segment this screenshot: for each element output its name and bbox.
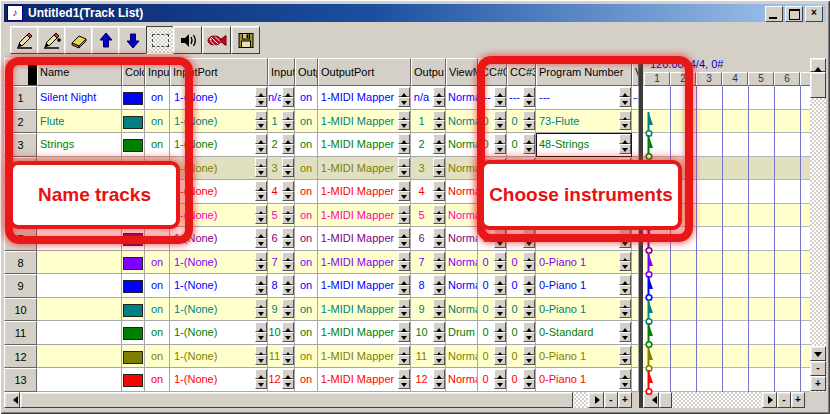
track-cell-view[interactable]: Drum bbox=[446, 321, 478, 345]
spinner-out_ch[interactable] bbox=[433, 322, 445, 342]
spinner-input_port[interactable] bbox=[255, 299, 267, 319]
track-cell-input_ch[interactable]: n/a bbox=[268, 86, 295, 110]
piano-roll-row[interactable] bbox=[643, 345, 810, 369]
track-cell-input_ch[interactable]: 2 bbox=[268, 133, 295, 157]
track-cell-output_port[interactable]: 1-MIDI Mapper bbox=[318, 321, 411, 345]
track-cell-input[interactable]: on bbox=[145, 251, 170, 275]
spinner-output_port[interactable] bbox=[398, 228, 410, 248]
track-cell-out[interactable]: on bbox=[295, 321, 318, 345]
track-cell-view[interactable]: Norma bbox=[446, 298, 478, 322]
spinner-out_ch[interactable] bbox=[433, 299, 445, 319]
track-cell-view[interactable]: Norma bbox=[446, 251, 478, 275]
spinner-input_port[interactable] bbox=[255, 252, 267, 272]
track-cell-input_ch[interactable]: 8 bbox=[268, 274, 295, 298]
piano-roll-row[interactable] bbox=[643, 251, 810, 275]
track-cell-out_ch[interactable]: 1 bbox=[411, 110, 446, 134]
track-cell-view[interactable]: Norma bbox=[446, 86, 478, 110]
spinner-out_ch[interactable] bbox=[433, 134, 445, 154]
spinner-input_ch[interactable] bbox=[282, 181, 294, 201]
measure-header-4[interactable]: 4 bbox=[722, 72, 748, 86]
track-cell-cc32[interactable]: 0 bbox=[507, 321, 536, 345]
track-cell-input_port[interactable]: 1-(None) bbox=[170, 274, 268, 298]
track-cell-output_port[interactable]: 1-MIDI Mapper bbox=[318, 368, 411, 392]
measure-header-3[interactable]: 3 bbox=[696, 72, 722, 86]
track-cell-cc0[interactable]: 0 bbox=[478, 345, 507, 369]
spinner-output_port[interactable] bbox=[398, 181, 410, 201]
track-cell-out[interactable]: on bbox=[295, 204, 318, 228]
spinner-input_ch[interactable] bbox=[282, 252, 294, 272]
spinner-output_port[interactable] bbox=[398, 322, 410, 342]
spinner-output_port[interactable] bbox=[398, 346, 410, 366]
spinner-output_port[interactable] bbox=[398, 87, 410, 107]
minimize-button[interactable] bbox=[765, 6, 783, 22]
track-cell-output_port[interactable]: 1-MIDI Mapper bbox=[318, 110, 411, 134]
track-cell-output_port[interactable]: 1-MIDI Mapper bbox=[318, 227, 411, 251]
track-cell-out_ch[interactable]: 4 bbox=[411, 180, 446, 204]
track-row-number[interactable]: 8 bbox=[4, 251, 37, 275]
spinner-input_port[interactable] bbox=[255, 369, 267, 389]
track-row-number[interactable]: 12 bbox=[4, 345, 37, 369]
spinner-input_ch[interactable] bbox=[282, 111, 294, 131]
spinner-input_port[interactable] bbox=[255, 181, 267, 201]
spinner-output_port[interactable] bbox=[398, 158, 410, 178]
spinner-out_ch[interactable] bbox=[433, 228, 445, 248]
track-cell-v[interactable] bbox=[632, 298, 639, 322]
track-cell-input_ch[interactable]: 6 bbox=[268, 227, 295, 251]
track-cell-out_ch[interactable]: 2 bbox=[411, 133, 446, 157]
track-cell-cc0[interactable]: 0 bbox=[478, 251, 507, 275]
track-color-cell[interactable] bbox=[122, 298, 145, 322]
save-button[interactable] bbox=[231, 26, 260, 54]
spinner-cc0[interactable] bbox=[494, 299, 506, 319]
spinner-input_port[interactable] bbox=[255, 205, 267, 225]
track-cell-output_port[interactable]: 1-MIDI Mapper bbox=[318, 157, 411, 181]
track-cell-out[interactable]: on bbox=[295, 86, 318, 110]
spinner-output_port[interactable] bbox=[398, 205, 410, 225]
spinner-input_port[interactable] bbox=[255, 134, 267, 154]
spinner-out_ch[interactable] bbox=[433, 87, 445, 107]
spinner-input_ch[interactable] bbox=[282, 158, 294, 178]
eraser-tool-button[interactable] bbox=[64, 26, 93, 54]
track-cell-input_port[interactable]: 1-(None) bbox=[170, 251, 268, 275]
track-cell-out[interactable]: on bbox=[295, 227, 318, 251]
track-cell-cc32[interactable]: 0 bbox=[507, 274, 536, 298]
track-cell-view[interactable]: Norma bbox=[446, 274, 478, 298]
vertical-scroll-thumb[interactable] bbox=[810, 72, 826, 98]
spinner-cc32[interactable] bbox=[523, 322, 535, 342]
track-cell-program[interactable]: 0-Piano 1 bbox=[536, 251, 632, 275]
spinner-input_port[interactable] bbox=[255, 158, 267, 178]
pencil-add-tool-button[interactable] bbox=[37, 26, 66, 54]
track-cell-input_ch[interactable]: 9 bbox=[268, 298, 295, 322]
track-cell-input[interactable]: on bbox=[145, 274, 170, 298]
spinner-program[interactable] bbox=[619, 299, 631, 319]
spinner-out_ch[interactable] bbox=[433, 275, 445, 295]
track-cell-v[interactable] bbox=[632, 345, 639, 369]
track-cell-v[interactable] bbox=[632, 368, 639, 392]
spinner-input_ch[interactable] bbox=[282, 346, 294, 366]
spinner-input_ch[interactable] bbox=[282, 205, 294, 225]
track-cell-out[interactable]: on bbox=[295, 251, 318, 275]
track-cell-out[interactable]: on bbox=[295, 274, 318, 298]
spinner-input_ch[interactable] bbox=[282, 228, 294, 248]
spinner-input_ch[interactable] bbox=[282, 299, 294, 319]
spinner-input_port[interactable] bbox=[255, 87, 267, 107]
track-cell-input[interactable]: on bbox=[145, 321, 170, 345]
spinner-input_port[interactable] bbox=[255, 228, 267, 248]
track-cell-output_port[interactable]: 1-MIDI Mapper bbox=[318, 86, 411, 110]
spinner-output_port[interactable] bbox=[398, 369, 410, 389]
measure-header-6[interactable]: 6 bbox=[774, 72, 800, 86]
track-cell-name[interactable] bbox=[37, 321, 122, 345]
track-cell-input_port[interactable]: 1-(None) bbox=[170, 345, 268, 369]
spinner-program[interactable] bbox=[619, 346, 631, 366]
close-button[interactable]: × bbox=[805, 6, 823, 22]
track-cell-out[interactable]: on bbox=[295, 133, 318, 157]
track-cell-view[interactable]: Norma bbox=[446, 368, 478, 392]
track-cell-v[interactable] bbox=[632, 274, 639, 298]
track-cell-view[interactable]: Norma bbox=[446, 204, 478, 228]
track-cell-cc0[interactable]: 0 bbox=[478, 274, 507, 298]
track-cell-name[interactable] bbox=[37, 274, 122, 298]
track-cell-program[interactable]: 0-Piano 1 bbox=[536, 368, 632, 392]
track-cell-cc0[interactable]: 0 bbox=[478, 368, 507, 392]
track-color-cell[interactable] bbox=[122, 345, 145, 369]
track-cell-out[interactable]: on bbox=[295, 110, 318, 134]
track-cell-input_ch[interactable]: 11 bbox=[268, 345, 295, 369]
